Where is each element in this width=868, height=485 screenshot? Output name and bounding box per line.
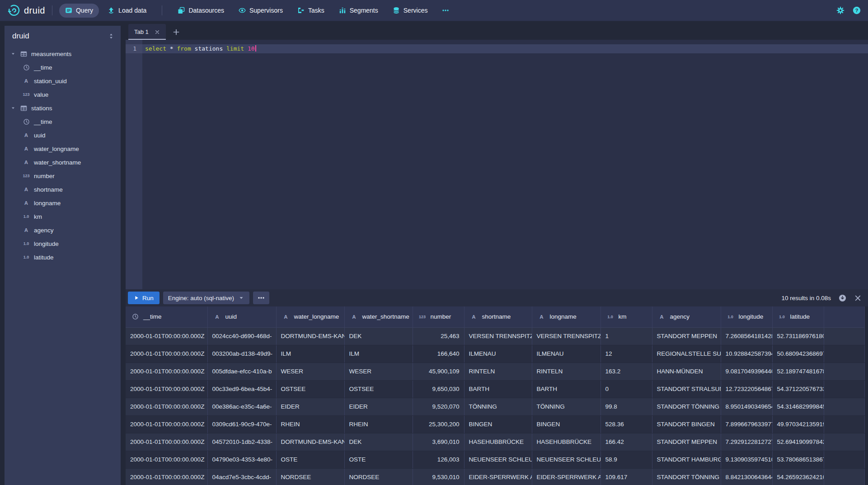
engine-select[interactable]: Engine: auto (sql-native) <box>163 292 249 304</box>
cell-water-longname[interactable]: NORDSEE <box>276 468 344 485</box>
cell-agency[interactable]: STANDORT BINGEN <box>652 415 721 433</box>
cell-shortname[interactable]: NEUENSEER SCHLEUSE <box>464 451 532 468</box>
cell-km[interactable]: 0 <box>601 380 652 398</box>
cell-km[interactable]: 58.9 <box>601 451 652 468</box>
tree-column-station-uuid[interactable]: Astation_uuid <box>5 74 121 88</box>
cell-agency[interactable]: STANDORT HAMBURG <box>652 451 721 468</box>
column-header-latitude[interactable]: 1.0latitude <box>772 306 824 327</box>
cell-longname[interactable]: NEUENSEER SCHLEUSE <box>532 451 601 468</box>
cell-water-longname[interactable]: DORTMUND-EMS-KANAL <box>276 433 344 451</box>
column-header-number[interactable]: 123number <box>413 306 464 327</box>
nav-item-more[interactable] <box>436 4 455 18</box>
cell-longname[interactable]: EIDER-SPERRWERK AP <box>532 468 601 485</box>
cell-longname[interactable]: RINTELN <box>532 363 601 380</box>
cell-time[interactable]: 2000-01-01T00:00:00.000Z <box>126 380 207 398</box>
tree-column-time[interactable]: __time <box>5 115 121 128</box>
nav-item-supervisors[interactable]: Supervisors <box>233 4 289 18</box>
cell-agency[interactable]: STANDORT STRALSUND <box>652 380 721 398</box>
cell-longitude[interactable]: 12.723220564867 <box>721 380 772 398</box>
cell-water-longname[interactable]: OSTSEE <box>276 380 344 398</box>
nav-item-query[interactable]: Query <box>59 4 99 18</box>
cell-latitude[interactable]: 54.265923624210 <box>772 468 824 485</box>
tree-group-stations[interactable]: stations <box>5 101 121 115</box>
cell-longname[interactable]: HASEHUBBRÜCKE <box>532 433 601 451</box>
sql-line[interactable]: select * from stations limit 10 <box>145 44 256 53</box>
cell-agency[interactable]: STANDORT MEPPEN <box>652 327 721 345</box>
cell-latitude[interactable]: 52.189747481678 <box>772 363 824 380</box>
cell-longname[interactable]: ILMENAU <box>532 345 601 363</box>
cell-latitude[interactable]: 50.680942368697 <box>772 345 824 363</box>
settings-gear-icon[interactable] <box>836 6 845 14</box>
cell-shortname[interactable]: RINTELN <box>464 363 532 380</box>
cell-km[interactable]: 12 <box>601 345 652 363</box>
cell-agency[interactable]: HANN-MÜNDEN <box>652 363 721 380</box>
cell-number[interactable]: 45,900,109 <box>413 363 464 380</box>
download-results-icon[interactable] <box>839 294 846 302</box>
cell-number[interactable]: 9,530,010 <box>413 468 464 485</box>
cell-km[interactable]: 528.36 <box>601 415 652 433</box>
cell-number[interactable]: 9,520,070 <box>413 398 464 415</box>
cell-time[interactable]: 2000-01-01T00:00:00.000Z <box>126 415 207 433</box>
cell-water-shortname[interactable]: OSTSEE <box>344 380 413 398</box>
cell-latitude[interactable]: 52.731186976180 <box>772 327 824 345</box>
tab-close-icon[interactable] <box>155 29 160 35</box>
cell-agency[interactable]: STANDORT TÖNNING <box>652 468 721 485</box>
cell-shortname[interactable]: EIDER-SPERRWERK AP <box>464 468 532 485</box>
column-header-uuid[interactable]: Auuid <box>207 306 276 327</box>
cell-longitude[interactable]: 9.0817049396440 <box>721 363 772 380</box>
cell-longitude[interactable]: 7.2608564181428 <box>721 327 772 345</box>
cell-uuid[interactable]: 04572010-1db2-4338- <box>207 433 276 451</box>
cell-water-longname[interactable]: DORTMUND-EMS-KANAL <box>276 327 344 345</box>
tree-group-measurements[interactable]: measurements <box>5 47 121 61</box>
cell-longname[interactable]: TÖNNING <box>532 398 601 415</box>
double-caret-vertical-icon[interactable] <box>108 33 114 39</box>
cell-number[interactable]: 3,690,010 <box>413 433 464 451</box>
cell-water-longname[interactable]: WESER <box>276 363 344 380</box>
tree-column-time[interactable]: __time <box>5 61 121 74</box>
cell-water-longname[interactable]: RHEIN <box>276 415 344 433</box>
cell-longname[interactable]: BINGEN <box>532 415 601 433</box>
cell-water-longname[interactable]: OSTE <box>276 451 344 468</box>
cell-latitude[interactable]: 53.780686513867 <box>772 451 824 468</box>
column-header-km[interactable]: 1.0km <box>601 306 652 327</box>
column-header-water-longname[interactable]: Awater_longname <box>276 306 344 327</box>
nav-item-load-data[interactable]: Load data <box>102 4 152 18</box>
cell-time[interactable]: 2000-01-01T00:00:00.000Z <box>126 451 207 468</box>
nav-item-services[interactable]: Services <box>387 4 434 18</box>
cell-water-shortname[interactable]: RHEIN <box>344 415 413 433</box>
nav-item-tasks[interactable]: Tasks <box>291 4 330 18</box>
cell-longitude[interactable]: 7.2929122812727 <box>721 433 772 451</box>
cell-agency[interactable]: STANDORT TÖNNING <box>652 398 721 415</box>
cell-uuid[interactable]: 04acd7e5-3cbc-4cdd- <box>207 468 276 485</box>
cell-uuid[interactable]: 0309cd61-90c9-470e- <box>207 415 276 433</box>
column-header-time[interactable]: __time <box>126 306 207 327</box>
cell-time[interactable]: 2000-01-01T00:00:00.000Z <box>126 468 207 485</box>
nav-item-datasources[interactable]: Datasources <box>172 4 230 18</box>
cell-agency[interactable]: REGIONALSTELLE SUHL <box>652 345 721 363</box>
cell-longitude[interactable]: 8.8421300643644 <box>721 468 772 485</box>
cell-time[interactable]: 2000-01-01T00:00:00.000Z <box>126 363 207 380</box>
column-header-shortname[interactable]: Ashortname <box>464 306 532 327</box>
cell-uuid[interactable]: 00c33ed9-6bea-45b4- <box>207 380 276 398</box>
tree-column-water-shortname[interactable]: Awater_shortname <box>5 155 121 169</box>
cell-shortname[interactable]: TÖNNING <box>464 398 532 415</box>
cell-water-shortname[interactable]: WESER <box>344 363 413 380</box>
cell-time[interactable]: 2000-01-01T00:00:00.000Z <box>126 398 207 415</box>
druid-logo[interactable]: druid <box>7 4 45 17</box>
cell-water-shortname[interactable]: ILM <box>344 345 413 363</box>
cell-number[interactable]: 25,463 <box>413 327 464 345</box>
nav-item-segments[interactable]: Segments <box>333 4 384 18</box>
cell-water-shortname[interactable]: EIDER <box>344 398 413 415</box>
cell-longitude[interactable]: 10.928842587394 <box>721 345 772 363</box>
column-header-agency[interactable]: Aagency <box>652 306 721 327</box>
cell-uuid[interactable]: 003200ab-d138-49d9- <box>207 345 276 363</box>
column-header-longname[interactable]: Alongname <box>532 306 601 327</box>
tree-column-longname[interactable]: Alongname <box>5 196 121 210</box>
cell-time[interactable]: 2000-01-01T00:00:00.000Z <box>126 345 207 363</box>
cell-water-shortname[interactable]: NORDSEE <box>344 468 413 485</box>
tree-column-number[interactable]: 123number <box>5 169 121 183</box>
tree-column-longitude[interactable]: 1.0longitude <box>5 237 121 250</box>
cell-water-longname[interactable]: EIDER <box>276 398 344 415</box>
cell-km[interactable]: 99.8 <box>601 398 652 415</box>
cell-longname[interactable]: BARTH <box>532 380 601 398</box>
